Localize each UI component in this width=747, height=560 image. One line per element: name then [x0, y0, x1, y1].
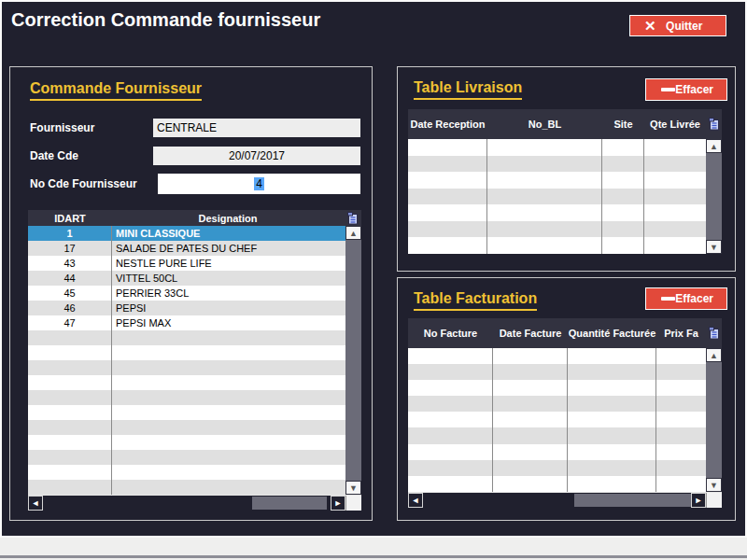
- table-cell: [602, 204, 644, 221]
- articles-table: IDART Designation 1MINI CLASSIQUE17SALAD…: [28, 210, 361, 511]
- no-cde-fournisseur-label: No Cde Fournisseur: [30, 177, 137, 190]
- column-header[interactable]: No Facture: [408, 318, 493, 348]
- table-row: [408, 172, 706, 189]
- table-cell: [408, 444, 493, 460]
- table-cell: [656, 396, 706, 412]
- cell-idart: [28, 360, 112, 375]
- table-cell: [568, 396, 656, 412]
- column-header[interactable]: Date Reception: [408, 109, 487, 139]
- minus-icon: [661, 88, 675, 91]
- cell-idart: [28, 390, 112, 405]
- table-cell: [656, 412, 706, 427]
- table-cell: [493, 380, 568, 396]
- table-cell: [602, 139, 644, 156]
- table-row[interactable]: 44VITTEL 50CL: [28, 271, 345, 286]
- cell-designation: [112, 405, 345, 420]
- column-header-designation[interactable]: Designation: [112, 213, 344, 224]
- table-menu-icon[interactable]: [706, 318, 722, 348]
- table-cell: [487, 221, 602, 238]
- left-arrow-icon[interactable]: ◄: [28, 496, 43, 511]
- scroll-thumb[interactable]: [706, 362, 722, 478]
- no-cde-fournisseur-field[interactable]: 4: [158, 174, 360, 194]
- table-row: [408, 364, 706, 380]
- table-cell: [656, 444, 706, 460]
- cell-designation: NESTLE PURE LIFE: [112, 256, 345, 271]
- table-row[interactable]: 46PEPSI: [28, 301, 345, 315]
- column-header[interactable]: Qte Livrée: [644, 109, 706, 139]
- column-headers: No FactureDate FactureQuantité FacturéeP…: [408, 318, 706, 348]
- down-arrow-icon[interactable]: ▼: [706, 478, 722, 492]
- table-row[interactable]: 17SALADE DE PATES DU CHEF: [28, 241, 345, 256]
- table-row: [28, 450, 345, 465]
- column-header[interactable]: No_BL: [487, 109, 602, 139]
- table-row[interactable]: 47PEPSI MAX: [28, 315, 345, 330]
- table-row: [28, 390, 345, 405]
- table-row: [28, 375, 345, 390]
- table-row: [28, 345, 345, 360]
- scroll-track[interactable]: [423, 493, 691, 508]
- left-arrow-icon[interactable]: ◄: [408, 493, 423, 508]
- erase-facturation-button[interactable]: Effacer: [645, 287, 727, 310]
- scroll-thumb[interactable]: [345, 240, 361, 481]
- table-cell: [568, 427, 656, 443]
- vertical-scrollbar[interactable]: ▲ ▼: [706, 348, 722, 492]
- cell-designation: PERRIER 33CL: [112, 286, 345, 301]
- scroll-track[interactable]: [43, 496, 331, 511]
- table-cell: [656, 476, 706, 492]
- up-arrow-icon[interactable]: ▲: [706, 348, 722, 362]
- table-menu-icon[interactable]: [344, 212, 361, 225]
- table-cell: [644, 237, 706, 254]
- date-cde-field[interactable]: 20/07/2017: [153, 147, 360, 165]
- table-row[interactable]: 43NESTLE PURE LIFE: [28, 256, 345, 271]
- table-row: [408, 444, 706, 460]
- column-header[interactable]: Site: [602, 109, 644, 139]
- table-menu-icon[interactable]: [706, 109, 722, 139]
- column-header[interactable]: Quantité Facturée: [568, 318, 656, 348]
- table-cell: [408, 460, 493, 476]
- table-cell: [408, 364, 493, 380]
- scroll-thumb[interactable]: [706, 153, 722, 240]
- quit-button-label: Quitter: [656, 20, 720, 33]
- right-arrow-icon[interactable]: ►: [691, 493, 706, 508]
- up-arrow-icon[interactable]: ▲: [345, 226, 361, 240]
- column-header[interactable]: Prix Fa: [656, 318, 706, 348]
- vertical-scrollbar[interactable]: ▲ ▼: [706, 139, 722, 254]
- table-cell: [644, 156, 706, 173]
- fournisseur-field[interactable]: CENTRALE: [153, 119, 360, 137]
- erase-livraison-button[interactable]: Effacer: [645, 78, 727, 101]
- table-row: [28, 435, 345, 450]
- cell-designation: [112, 360, 345, 375]
- horizontal-scrollbar[interactable]: ◄ ►: [28, 495, 361, 511]
- scroll-thumb[interactable]: [574, 494, 691, 507]
- cell-idart: 43: [28, 256, 112, 271]
- panel-table-facturation: Table Facturation Effacer No FactureDate…: [397, 277, 736, 521]
- table-cell: [656, 460, 706, 476]
- table-cell: [568, 444, 656, 460]
- horizontal-scrollbar[interactable]: ◄ ►: [408, 492, 722, 508]
- x-icon: ✕: [644, 19, 656, 33]
- table-cell: [408, 139, 487, 156]
- cell-designation: PEPSI MAX: [112, 315, 345, 330]
- up-arrow-icon[interactable]: ▲: [706, 139, 722, 153]
- down-arrow-icon[interactable]: ▼: [706, 240, 722, 254]
- right-arrow-icon[interactable]: ►: [331, 496, 345, 511]
- quit-button[interactable]: ✕ Quitter: [629, 15, 726, 36]
- cell-idart: [28, 375, 112, 390]
- selected-text: 4: [254, 177, 264, 190]
- table-cell: [602, 172, 644, 189]
- scroll-thumb[interactable]: [252, 497, 327, 510]
- cell-idart: [28, 450, 112, 465]
- table-row[interactable]: 45PERRIER 33CL: [28, 286, 345, 301]
- table-row[interactable]: 1MINI CLASSIQUE: [28, 226, 345, 241]
- cell-idart: [28, 330, 112, 345]
- scrollbar-corner: [706, 493, 722, 508]
- vertical-scrollbar[interactable]: ▲ ▼: [345, 226, 361, 495]
- cell-idart: 47: [28, 315, 112, 330]
- column-header[interactable]: Date Facture: [493, 318, 568, 348]
- table-cell: [493, 348, 568, 364]
- table-cell: [493, 412, 568, 427]
- table-cell: [568, 348, 656, 364]
- down-arrow-icon[interactable]: ▼: [345, 481, 361, 495]
- column-header-idart[interactable]: IDART: [28, 213, 112, 224]
- table-cell: [408, 412, 493, 427]
